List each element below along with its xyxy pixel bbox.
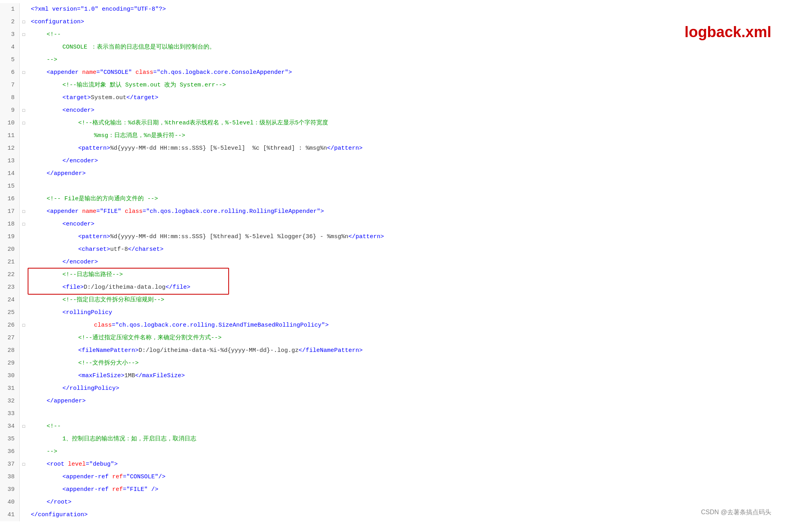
code-content: <!-- <box>28 28 795 41</box>
code-container: 1 <?xml version="1.0" encoding="UTF-8"?>… <box>0 0 795 524</box>
code-content: </appender> <box>28 167 795 180</box>
line-number: 28 <box>0 344 20 357</box>
code-line-28: 28 <fileNamePattern>D:/log/itheima-data-… <box>0 344 795 357</box>
code-content: <!--通过指定压缩文件名称，来确定分割文件方式--> <box>28 332 795 344</box>
code-content: <!-- <box>28 420 795 433</box>
code-line-4: 4 CONSOLE ：表示当前的日志信息是可以输出到控制台的。 <box>0 41 795 54</box>
code-line-20: 20 <charset>utf-8</charset> <box>0 243 795 256</box>
fold-icon: □ <box>20 458 28 471</box>
code-content: <fileNamePattern>D:/log/itheima-data-%i-… <box>28 344 795 357</box>
code-content: <appender-ref ref="FILE" /> <box>28 483 795 496</box>
code-line-25: 25 <rollingPolicy <box>0 306 795 319</box>
code-line-17: 17 □ <appender name="FILE" class="ch.qos… <box>0 205 795 218</box>
code-content: --> <box>28 54 795 66</box>
code-content: </rollingPolicy> <box>28 382 795 395</box>
code-content: %msg：日志消息，%n是换行符--> <box>28 130 795 142</box>
code-content: 1、控制日志的输出情况：如，开启日志，取消日志 <box>28 433 795 446</box>
line-number: 15 <box>0 180 20 193</box>
fold-icon: □ <box>20 66 28 79</box>
code-content: <!--格式化输出：%d表示日期，%thread表示线程名，%-5level：级… <box>28 117 795 130</box>
line-number: 20 <box>0 243 20 256</box>
line-number: 8 <box>0 92 20 104</box>
code-line-8: 8 <target>System.out</target> <box>0 92 795 104</box>
line-number: 3 <box>0 28 20 41</box>
code-content: </encoder> <box>28 155 795 167</box>
code-content: <appender name="FILE" class="ch.qos.logb… <box>28 205 795 218</box>
code-line-39: 39 <appender-ref ref="FILE" /> <box>0 483 795 496</box>
line-number: 10 <box>0 117 20 130</box>
line-number: 9 <box>0 104 20 117</box>
code-line-9: 9 □ <encoder> <box>0 104 795 117</box>
code-content: <root level="debug"> <box>28 458 795 471</box>
code-content: <encoder> <box>28 218 795 231</box>
line-number: 21 <box>0 256 20 269</box>
line-number: 19 <box>0 231 20 243</box>
code-content: <charset>utf-8</charset> <box>28 243 795 256</box>
code-content: <pattern>%d{yyyy-MM-dd HH:mm:ss.SSS} [%t… <box>28 231 795 243</box>
code-line-12: 12 <pattern>%d{yyyy-MM-dd HH:mm:ss.SSS} … <box>0 142 795 155</box>
line-number: 5 <box>0 54 20 66</box>
code-line-3: 3 □ <!-- <box>0 28 795 41</box>
line-number: 2 <box>0 16 20 28</box>
line-number: 24 <box>0 294 20 306</box>
code-line-13: 13 </encoder> <box>0 155 795 167</box>
code-content: <!--日志输出路径--> <box>28 269 795 281</box>
fold-icon: □ <box>20 319 28 332</box>
code-line-27: 27 <!--通过指定压缩文件名称，来确定分割文件方式--> <box>0 332 795 344</box>
code-content: <!--输出流对象 默认 System.out 改为 System.err--> <box>28 79 795 92</box>
code-line-15: 15 <box>0 180 795 193</box>
line-number: 17 <box>0 205 20 218</box>
code-line-31: 31 </rollingPolicy> <box>0 382 795 395</box>
line-number: 31 <box>0 382 20 395</box>
line-number: 27 <box>0 332 20 344</box>
code-line-29: 29 <!--文件拆分大小--> <box>0 357 795 370</box>
code-content: <pattern>%d{yyyy-MM-dd HH:mm:ss.SSS} [%-… <box>28 142 795 155</box>
code-line-26: 26 □ class="ch.qos.logback.core.rolling.… <box>0 319 795 332</box>
code-line-35: 35 1、控制日志的输出情况：如，开启日志，取消日志 <box>0 433 795 446</box>
code-content: <!-- File是输出的方向通向文件的 --> <box>28 193 795 205</box>
line-number: 36 <box>0 446 20 458</box>
code-line-30: 30 <maxFileSize>1MB</maxFileSize> <box>0 370 795 382</box>
code-line-2: 2 □ <configuration> <box>0 16 795 28</box>
line-number: 14 <box>0 167 20 180</box>
code-content: <appender-ref ref="CONSOLE"/> <box>28 471 795 483</box>
fold-icon: □ <box>20 104 28 117</box>
fold-icon: □ <box>20 420 28 433</box>
code-line-22: 22 <!--日志输出路径--> <box>0 269 795 281</box>
code-line-41: 41 </configuration> <box>0 509 795 521</box>
code-line-19: 19 <pattern>%d{yyyy-MM-dd HH:mm:ss.SSS} … <box>0 231 795 243</box>
line-number: 29 <box>0 357 20 370</box>
code-line-34: 34 □ <!-- <box>0 420 795 433</box>
line-number: 22 <box>0 269 20 281</box>
file-title: logback.xml <box>684 24 771 41</box>
line-number: 26 <box>0 319 20 332</box>
code-line-24: 24 <!--指定日志文件拆分和压缩规则--> <box>0 294 795 306</box>
code-line-14: 14 </appender> <box>0 167 795 180</box>
code-line-36: 36 --> <box>0 446 795 458</box>
line-number: 6 <box>0 66 20 79</box>
fold-icon: □ <box>20 28 28 41</box>
line-number: 25 <box>0 306 20 319</box>
code-content: class="ch.qos.logback.core.rolling.SizeA… <box>28 319 795 332</box>
code-content: </root> <box>28 496 795 509</box>
line-number: 11 <box>0 130 20 142</box>
code-content: <!--指定日志文件拆分和压缩规则--> <box>28 294 795 306</box>
line-number: 12 <box>0 142 20 155</box>
code-content: <!--文件拆分大小--> <box>28 357 795 370</box>
line-number: 32 <box>0 395 20 408</box>
code-line-10: 10 □ <!--格式化输出：%d表示日期，%thread表示线程名，%-5le… <box>0 117 795 130</box>
code-content: CONSOLE ：表示当前的日志信息是可以输出到控制台的。 <box>28 41 795 54</box>
fold-icon: □ <box>20 16 28 28</box>
line-number: 23 <box>0 281 20 294</box>
watermark-bottom: CSDN @去薯条搞点码头 <box>701 508 771 517</box>
line-number: 39 <box>0 483 20 496</box>
code-content: <target>System.out</target> <box>28 92 795 104</box>
line-number: 38 <box>0 471 20 483</box>
code-line-16: 16 <!-- File是输出的方向通向文件的 --> <box>0 193 795 205</box>
code-content: </appender> <box>28 395 795 408</box>
fold-icon: □ <box>20 117 28 130</box>
code-line-6: 6 □ <appender name="CONSOLE" class="ch.q… <box>0 66 795 79</box>
code-line-18: 18 □ <encoder> <box>0 218 795 231</box>
code-content: <maxFileSize>1MB</maxFileSize> <box>28 370 795 382</box>
line-number: 33 <box>0 408 20 420</box>
